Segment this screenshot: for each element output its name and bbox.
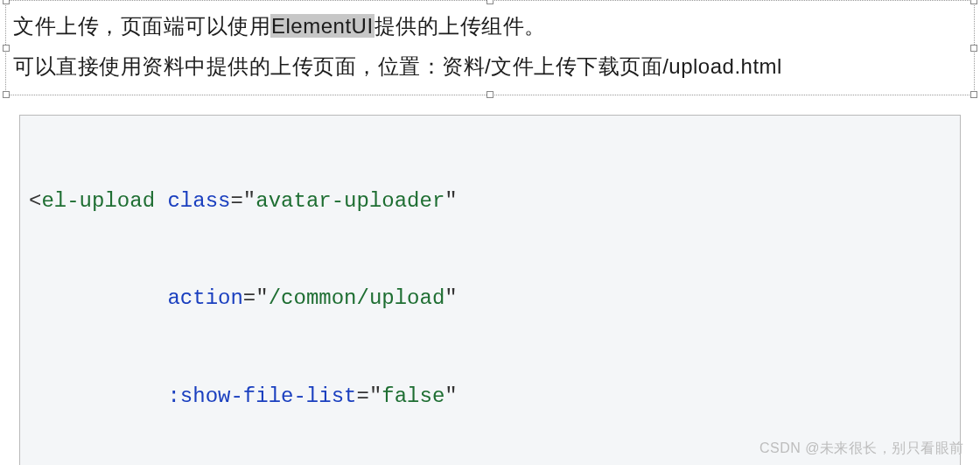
resize-handle-top-mid[interactable] — [486, 0, 494, 4]
code-line-2: action="/common/upload" — [20, 282, 960, 314]
code-line-1: <el-upload class="avatar-uploader" — [20, 185, 960, 217]
resize-handle-top-left[interactable] — [3, 0, 10, 4]
code-snippet-block: <el-upload class="avatar-uploader" actio… — [19, 115, 961, 465]
resize-handle-bottom-mid[interactable] — [486, 91, 494, 98]
description-text-block[interactable]: 文件上传，页面端可以使用ElementUI提供的上传组件。 可以直接使用资料中提… — [5, 0, 975, 95]
resize-handle-top-right[interactable] — [970, 0, 977, 4]
resize-handle-left-mid[interactable] — [3, 45, 10, 52]
resize-handle-bottom-right[interactable] — [970, 91, 977, 98]
description-line-1: 文件上传，页面端可以使用ElementUI提供的上传组件。 — [13, 6, 967, 46]
resize-handle-bottom-left[interactable] — [3, 91, 10, 98]
selected-text: ElementUI — [270, 14, 374, 38]
text-before-highlight: 文件上传，页面端可以使用 — [13, 14, 270, 38]
code-line-3: :show-file-list="false" — [20, 380, 960, 412]
text-after-highlight: 提供的上传组件。 — [374, 14, 546, 38]
resize-handle-right-mid[interactable] — [970, 45, 977, 52]
description-line-2: 可以直接使用资料中提供的上传页面，位置：资料/文件上传下载页面/upload.h… — [13, 46, 967, 87]
watermark-text: CSDN @未来很长，别只看眼前 — [760, 440, 964, 458]
